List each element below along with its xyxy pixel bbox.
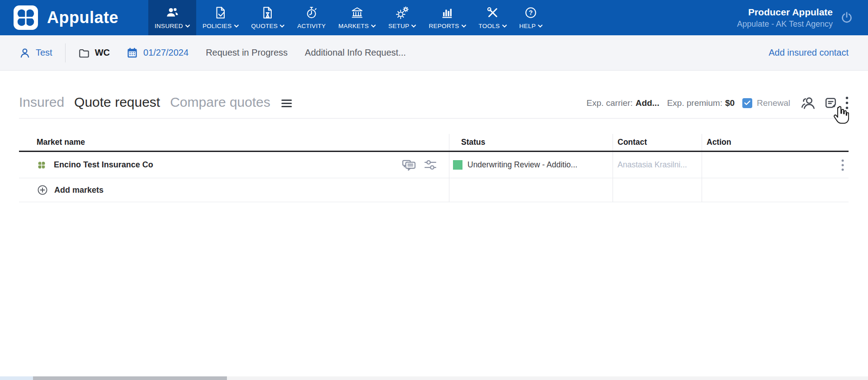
add-markets-row: Add markets (19, 178, 849, 202)
nav-item-quotes[interactable]: QUOTES (245, 0, 291, 35)
scrollbar-thumb[interactable] (33, 376, 227, 380)
status-text: Underwriting Review - Additio... (467, 160, 577, 170)
add-insured-contact-link[interactable]: Add insured contact (769, 48, 849, 58)
notes-button[interactable] (824, 96, 838, 109)
nav-item-insured[interactable]: INSURED (148, 0, 196, 35)
column-header-contact: Contact (613, 134, 702, 151)
nav-item-label: ACTIVITY (297, 23, 326, 29)
svg-text:?: ? (529, 9, 533, 16)
market-row: Encino Test Insurance Co (19, 152, 849, 178)
insured-contacts-button[interactable] (801, 96, 816, 110)
nav-item-help[interactable]: ? HELP (513, 0, 549, 35)
column-header-status: Status (449, 134, 613, 151)
check-icon (744, 100, 750, 105)
question-icon: ? (524, 6, 538, 19)
folder-icon (78, 47, 90, 59)
clover-icon (37, 160, 47, 170)
chevron-down-icon (462, 24, 466, 28)
user-name[interactable]: Producer Appulate (737, 7, 833, 18)
add-circle-icon (37, 185, 48, 195)
user-panel: Producer Appulate Appulate - AK Test Age… (737, 0, 868, 35)
nav-item-label: INSURED (155, 23, 183, 29)
more-options-button[interactable] (845, 96, 849, 109)
exp-carrier-value[interactable]: Add... (636, 98, 660, 108)
chevron-down-icon (502, 24, 507, 28)
insured-info-bar: Test WC 01/27/2024 Request in Progress (0, 35, 868, 71)
column-header-action: Action (702, 134, 849, 151)
bank-icon (350, 6, 364, 19)
stopwatch-icon (305, 6, 318, 19)
insured-name-link[interactable]: Test (19, 47, 52, 59)
table-header-row: Market name Status Contact Action (19, 134, 849, 152)
chevron-down-icon (185, 24, 190, 28)
app-logo-icon (14, 5, 38, 30)
chevron-down-icon (280, 24, 284, 28)
power-icon[interactable] (840, 11, 854, 24)
kebab-icon (841, 159, 844, 171)
nav-item-activity[interactable]: ACTIVITY (291, 0, 332, 35)
gears-icon (396, 6, 409, 19)
nav-item-setup[interactable]: SETUP (382, 0, 423, 35)
add-markets-button[interactable]: Add markets (19, 178, 449, 202)
brand[interactable]: Appulate (0, 0, 118, 35)
nav-item-tools[interactable]: TOOLS (472, 0, 513, 35)
tab-compare-quotes[interactable]: Compare quotes (170, 95, 270, 110)
nav-item-label: MARKETS (339, 23, 369, 29)
contact-name[interactable]: Anastasia Krasilni... (618, 160, 687, 170)
chevron-down-icon (411, 24, 416, 28)
people-icon (165, 6, 179, 19)
nav-item-label: TOOLS (479, 23, 500, 29)
brand-name: Appulate (47, 8, 118, 27)
nav-item-label: SETUP (388, 23, 410, 29)
chat-icon (401, 159, 416, 171)
effective-date-link[interactable]: 01/27/2024 (126, 47, 189, 59)
chevron-down-icon (234, 24, 239, 28)
market-name[interactable]: Encino Test Insurance Co (54, 160, 153, 170)
person-icon (19, 47, 31, 59)
line-of-business[interactable]: WC (78, 47, 110, 59)
tab-quote-request[interactable]: Quote request (74, 95, 160, 110)
renewal-checkbox[interactable] (742, 98, 752, 108)
kebab-icon (845, 96, 849, 109)
contacts-icon (801, 96, 816, 110)
workflow-status: Request in Progress (206, 48, 288, 58)
row-menu-button[interactable] (841, 159, 844, 171)
quote-summary: Exp. carrier: Add... Exp. premium: $0 Re… (586, 96, 849, 110)
status-badge (453, 160, 462, 170)
scrollbar-corner (0, 376, 33, 380)
hamburger-icon (281, 99, 292, 108)
nav-item-reports[interactable]: REPORTS (422, 0, 472, 35)
chevron-down-icon (371, 24, 376, 28)
exp-premium-value[interactable]: $0 (725, 98, 735, 108)
markets-table: Market name Status Contact Action (19, 134, 849, 202)
messages-button[interactable] (401, 159, 416, 171)
tabs-menu-button[interactable] (281, 99, 292, 110)
bar-chart-icon (440, 6, 454, 19)
doc-check-icon (214, 6, 227, 19)
main-menu: INSURED POLICIES QUOTES (148, 0, 549, 35)
insured-name[interactable]: Test (36, 48, 52, 58)
horizontal-scrollbar[interactable] (0, 376, 868, 380)
exp-carrier-label: Exp. carrier: (586, 98, 632, 108)
top-navigation: Appulate INSURED POLICIES (0, 0, 868, 35)
column-header-market: Market name (19, 134, 449, 151)
divider (65, 43, 66, 62)
mapping-options-button[interactable] (424, 159, 437, 171)
sliders-icon (424, 159, 437, 171)
doc-hourglass-icon (261, 6, 274, 19)
renewal-label: Renewal (757, 98, 790, 108)
nav-item-label: HELP (519, 23, 536, 29)
tab-insured[interactable]: Insured (19, 95, 64, 110)
page-tabs: Insured Quote request Compare quotes Exp… (19, 71, 849, 119)
nav-item-label: REPORTS (429, 23, 459, 29)
tools-icon (486, 6, 500, 19)
nav-item-label: POLICIES (203, 23, 232, 29)
nav-item-markets[interactable]: MARKETS (332, 0, 382, 35)
calendar-icon (126, 47, 138, 59)
effective-date[interactable]: 01/27/2024 (143, 48, 189, 58)
lob-code: WC (95, 48, 110, 58)
notes-icon (824, 96, 838, 109)
add-markets-label: Add markets (54, 185, 104, 195)
nav-item-policies[interactable]: POLICIES (196, 0, 245, 35)
workflow-substatus: Additional Info Request... (305, 48, 406, 58)
